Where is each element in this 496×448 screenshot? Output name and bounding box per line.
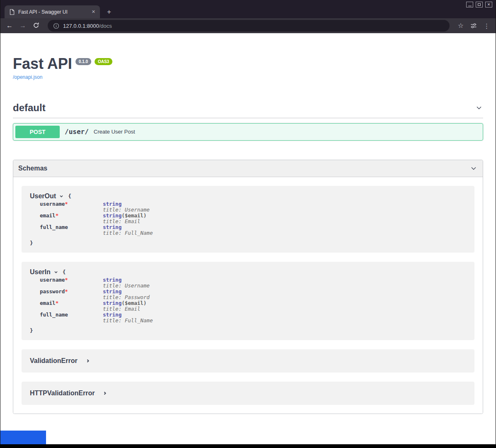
method-badge: POST <box>15 126 60 138</box>
reload-button[interactable] <box>33 22 39 30</box>
swagger-ui: Fast API 0.1.0 OAS3 /openapi.json defaul… <box>0 33 496 414</box>
page-content: Fast API 0.1.0 OAS3 /openapi.json defaul… <box>0 33 496 444</box>
brace-close: } <box>30 327 466 334</box>
tag-title: default <box>13 102 46 114</box>
model-name: ValidationError <box>30 357 78 365</box>
url-host: 127.0.0.1:8000 <box>63 23 99 29</box>
model-toggle[interactable]: UserOut { <box>30 192 466 200</box>
property-format: ($email) <box>122 300 146 306</box>
tag-section-default: default POST /user/ Create User Post <box>13 102 483 141</box>
property-name: username <box>40 277 65 283</box>
required-star: * <box>56 300 59 306</box>
required-star: * <box>56 212 59 219</box>
url-path: /docs <box>99 23 112 29</box>
property-row: full_name string title: Full_Name <box>40 224 466 236</box>
window-controls: ✕ <box>466 2 492 7</box>
page-favicon-icon <box>10 9 15 15</box>
property-type: string <box>103 277 122 283</box>
model-toggle[interactable]: HTTPValidationError <box>30 390 466 397</box>
bookmark-star-icon[interactable]: ☆ <box>458 22 464 29</box>
model-toggle[interactable]: UserIn { <box>30 268 466 276</box>
tag-default-header[interactable]: default <box>13 102 483 118</box>
operation-summary: Create User Post <box>94 129 135 135</box>
required-star: * <box>65 201 68 207</box>
desktop: ✕ Fast API - Swagger UI ✕ + ← → <box>0 0 496 448</box>
required-star: * <box>65 277 68 283</box>
property-list: username* string title: Username passwor… <box>40 277 466 324</box>
browser-tab[interactable]: Fast API - Swagger UI ✕ <box>5 5 100 18</box>
model-name: UserIn <box>30 268 51 276</box>
model-userout: UserOut { username* string <box>22 186 474 253</box>
model-userin: UserIn { username* string <box>22 262 474 340</box>
model-validationerror: ValidationError <box>22 349 474 373</box>
oas3-badge: OAS3 <box>95 58 112 65</box>
chevron-down-icon[interactable] <box>469 164 478 173</box>
minimize-button[interactable] <box>466 2 473 7</box>
schemas-header[interactable]: Schemas <box>13 160 483 177</box>
model-name: UserOut <box>30 192 56 200</box>
property-format: ($email) <box>122 212 146 219</box>
maximize-icon <box>478 3 481 6</box>
browser-chrome-top: ✕ Fast API - Swagger UI ✕ + <box>0 0 496 18</box>
maximize-button[interactable] <box>476 2 483 7</box>
property-name: password <box>40 288 65 295</box>
property-title: title: Email <box>103 219 146 224</box>
chevron-down-icon <box>53 270 58 275</box>
menu-kebab-icon[interactable]: ⋮ <box>484 23 490 29</box>
model-httpvalidationerror: HTTPValidationError <box>22 382 474 405</box>
model-toggle[interactable]: ValidationError <box>30 357 466 365</box>
tab-strip: Fast API - Swagger UI ✕ + <box>0 0 496 18</box>
chevron-down-icon[interactable] <box>475 104 483 112</box>
forward-button[interactable]: → <box>19 22 26 29</box>
close-button[interactable]: ✕ <box>485 2 492 7</box>
address-bar[interactable]: 127.0.0.1:8000/docs <box>48 20 450 32</box>
brace-close: } <box>30 240 466 246</box>
property-title: title: Username <box>103 283 150 289</box>
version-badge: 0.1.0 <box>75 58 91 65</box>
property-title: title: Email <box>103 306 146 312</box>
property-row: email* string($email) title: Email <box>40 300 466 312</box>
property-row: username* string title: Username <box>40 277 466 289</box>
property-title: title: Password <box>103 295 150 300</box>
property-name: email <box>40 212 56 219</box>
chevron-right-icon <box>85 358 90 363</box>
property-title: title: Full_Name <box>103 230 153 236</box>
schemas-title: Schemas <box>18 165 47 172</box>
new-tab-button[interactable]: + <box>107 8 111 15</box>
status-bubble <box>0 431 46 444</box>
property-row: username* string title: Username <box>40 201 466 213</box>
property-type: string <box>103 312 122 318</box>
minimize-icon <box>468 6 472 6</box>
property-row: full_name string title: Full_Name <box>40 312 466 324</box>
property-title: title: Full_Name <box>103 318 153 324</box>
property-title: title: Username <box>103 207 150 213</box>
site-info-icon[interactable] <box>53 23 59 29</box>
operation-path: /user/ <box>65 128 89 136</box>
property-type: string <box>103 300 122 306</box>
required-star: * <box>65 288 68 295</box>
opblock-post-user[interactable]: POST /user/ Create User Post <box>13 123 483 141</box>
api-info: Fast API 0.1.0 OAS3 /openapi.json <box>13 56 483 80</box>
api-title: Fast API <box>13 56 72 72</box>
tune-icon[interactable] <box>470 22 477 29</box>
property-type: string <box>103 212 122 219</box>
property-type: string <box>103 201 122 207</box>
model-name: HTTPValidationError <box>30 390 95 397</box>
chevron-right-icon <box>102 391 107 396</box>
url-text: 127.0.0.1:8000/docs <box>63 23 112 29</box>
property-row: password* string title: Password <box>40 289 466 300</box>
property-name: full_name <box>40 312 68 318</box>
chevron-down-icon <box>59 194 64 199</box>
openapi-spec-link[interactable]: /openapi.json <box>13 74 42 80</box>
property-name: full_name <box>40 224 68 230</box>
schemas-body: UserOut { username* string <box>13 177 483 414</box>
schemas-section: Schemas UserOut <box>13 160 483 414</box>
property-type: string <box>103 224 122 230</box>
browser-window: ✕ Fast API - Swagger UI ✕ + ← → <box>0 0 496 444</box>
property-row: email* string($email) title: Email <box>40 213 466 224</box>
property-name: username <box>40 201 65 207</box>
tab-title: Fast API - Swagger UI <box>18 9 87 15</box>
back-button[interactable]: ← <box>6 22 13 29</box>
browser-toolbar: ← → 127.0.0.1:8000/docs ☆ ⋮ <box>0 18 496 33</box>
tab-close-icon[interactable]: ✕ <box>90 8 97 15</box>
